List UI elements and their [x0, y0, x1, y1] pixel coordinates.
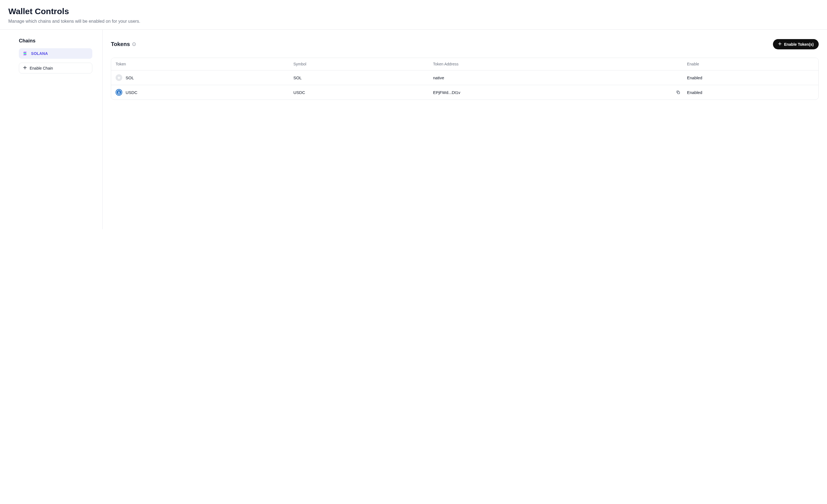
token-symbol: USDC [293, 90, 433, 95]
tokens-table: Token Symbol Token Address Enable SOL [111, 58, 819, 100]
tokens-title: Tokens [111, 41, 130, 47]
token-name: USDC [126, 90, 138, 95]
sidebar-item-solana[interactable]: SOLANA [19, 48, 92, 59]
solana-icon [23, 51, 28, 56]
star-icon [115, 74, 122, 81]
main-panel: Tokens [103, 30, 827, 229]
page-subtitle: Manage which chains and tokens will be e… [8, 19, 819, 24]
column-header-address: Token Address [433, 62, 687, 66]
table-row: USDC USDC EPjFWd...Dt1v Enabled [111, 85, 818, 100]
copy-icon[interactable] [676, 90, 680, 95]
plus-icon [778, 42, 782, 47]
enable-tokens-label: Enable Token(s) [784, 42, 814, 47]
chain-label: SOLANA [31, 51, 48, 56]
sidebar: Chains SOLANA En [0, 30, 103, 229]
plus-icon [23, 66, 27, 70]
enable-tokens-button[interactable]: Enable Token(s) [773, 39, 819, 49]
token-address: EPjFWd...Dt1v [433, 90, 460, 95]
page-header: Wallet Controls Manage which chains and … [0, 0, 827, 30]
column-header-symbol: Symbol [293, 62, 433, 66]
token-name: SOL [126, 75, 134, 80]
table-header-row: Token Symbol Token Address Enable [111, 58, 818, 70]
column-header-enable: Enable [687, 62, 814, 66]
table-row: SOL SOL native Enabled [111, 70, 818, 85]
svg-point-4 [134, 43, 134, 44]
token-address: native [433, 75, 444, 80]
column-header-token: Token [115, 62, 293, 66]
page-title: Wallet Controls [8, 7, 819, 16]
svg-rect-9 [678, 92, 680, 94]
token-enable-status: Enabled [687, 75, 814, 80]
sidebar-title: Chains [19, 38, 92, 44]
info-icon[interactable] [132, 42, 136, 46]
usdc-icon [115, 89, 122, 96]
token-enable-status: Enabled [687, 90, 814, 95]
enable-chain-button[interactable]: Enable Chain [19, 63, 92, 73]
enable-chain-label: Enable Chain [30, 66, 53, 70]
token-symbol: SOL [293, 75, 433, 80]
